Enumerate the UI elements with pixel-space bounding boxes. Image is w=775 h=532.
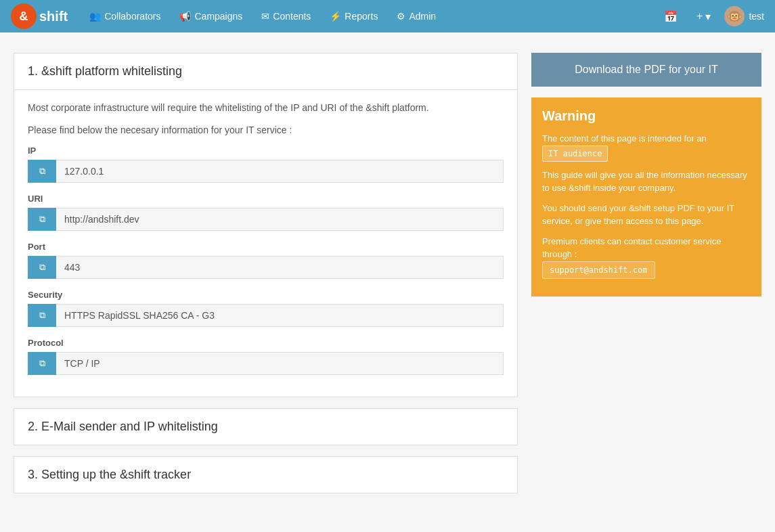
main-container: 1. &shift platform whitelisting Most cor… [0,32,775,525]
brand-name: shift [39,9,68,24]
port-copy-button[interactable]: ⧉ [28,256,56,279]
username-label: test [749,11,764,22]
warning-title: Warning [542,108,751,124]
port-label: Port [28,242,504,252]
section-platform-whitelisting: 1. &shift platform whitelisting Most cor… [14,53,518,397]
download-pdf-button[interactable]: Download the PDF for your IT [531,53,761,87]
security-value: HTTPS RapidSSL SHA256 CA - G3 [56,304,504,327]
warning-text3: You should send your &shift setup PDF to… [542,202,751,228]
avatar: 🐵 [724,6,745,26]
nav-items: 👥 Collaborators 📢 Campaigns ✉ Contents ⚡… [81,7,659,26]
security-copy-button[interactable]: ⧉ [28,304,56,327]
uri-field-group: URI ⧉ http://andshift.dev [28,194,504,231]
section1-text2: Please find below the necesary informati… [28,123,504,137]
ip-value: 127.0.0.1 [56,160,504,183]
copy-icon: ⧉ [39,214,45,225]
brand-logo: & [11,3,37,29]
brand-logo-text: & [20,9,28,24]
nav-item-campaigns[interactable]: 📢 Campaigns [171,7,250,26]
nav-collaborators-label: Collaborators [104,11,160,22]
nav-admin-label: Admin [409,11,436,22]
nav-reports-label: Reports [345,11,378,22]
warning-text1: The content of this page is intended for… [542,132,751,162]
security-label: Security [28,290,504,300]
protocol-label: Protocol [28,338,504,348]
ip-label: IP [28,146,504,156]
protocol-field-group: Protocol ⧉ TCP / IP [28,338,504,375]
copy-icon: ⧉ [39,166,45,177]
nav-item-collaborators[interactable]: 👥 Collaborators [81,7,169,26]
protocol-value: TCP / IP [56,352,504,375]
plus-icon: + [696,10,703,22]
nav-campaigns-label: Campaigns [194,11,242,22]
user-menu[interactable]: 🐵 test [724,6,764,26]
section1-body: Most corporate infrastructure will requi… [14,90,517,397]
users-icon: 👥 [89,11,101,22]
left-content: 1. &shift platform whitelisting Most cor… [14,53,518,504]
nav-right: 📅 + ▾ 🐵 test [659,6,764,26]
copy-icon: ⧉ [39,310,45,321]
uri-label: URI [28,194,504,204]
protocol-copy-button[interactable]: ⧉ [28,352,56,375]
right-sidebar: Download the PDF for your IT Warning The… [531,53,761,504]
warning-box: Warning The content of this page is inte… [531,97,761,296]
nav-item-admin[interactable]: ⚙ Admin [389,7,444,26]
ip-field-group: IP ⧉ 127.0.0.1 [28,146,504,183]
security-row: ⧉ HTTPS RapidSSL SHA256 CA - G3 [28,304,504,327]
nav-contents-label: Contents [273,11,311,22]
dropdown-arrow-icon: ▾ [705,10,711,23]
section2-title: 2. E-Mail sender and IP whitelisting [14,409,517,445]
uri-row: ⧉ http://andshift.dev [28,208,504,231]
section-email-whitelisting: 2. E-Mail sender and IP whitelisting [14,408,518,445]
port-value: 443 [56,256,504,279]
calendar-icon: 📅 [664,10,678,23]
nav-item-reports[interactable]: ⚡ Reports [322,7,386,26]
section3-title: 3. Setting up the &shift tracker [14,457,517,493]
warning-text2: This guide will give you all the informa… [542,169,751,195]
envelope-icon: ✉ [261,11,269,22]
support-email[interactable]: support@andshift.com [542,261,655,279]
uri-value: http://andshift.dev [56,208,504,231]
section1-title: 1. &shift platform whitelisting [14,53,517,90]
it-audience-badge: IT audience [542,146,608,162]
ip-copy-button[interactable]: ⧉ [28,160,56,183]
warning-text4-content: Premium clients can contact customer ser… [542,236,721,260]
plus-dropdown-button[interactable]: + ▾ [691,7,716,26]
section1-text1: Most corporate infrastructure will requi… [28,101,504,115]
warning-text1-content: The content of this page is intended for… [542,133,707,143]
port-field-group: Port ⧉ 443 [28,242,504,279]
protocol-row: ⧉ TCP / IP [28,352,504,375]
section-tracker: 3. Setting up the &shift tracker [14,456,518,493]
port-row: ⧉ 443 [28,256,504,279]
uri-copy-button[interactable]: ⧉ [28,208,56,231]
bolt-icon: ⚡ [330,11,341,22]
nav-item-contents[interactable]: ✉ Contents [253,7,319,26]
cog-icon: ⚙ [397,11,405,22]
navbar: & shift 👥 Collaborators 📢 Campaigns ✉ Co… [0,0,775,32]
calendar-button[interactable]: 📅 [659,7,683,26]
security-field-group: Security ⧉ HTTPS RapidSSL SHA256 CA - G3 [28,290,504,327]
warning-text4: Premium clients can contact customer ser… [542,235,751,279]
brand: & shift [11,3,68,29]
copy-icon: ⧉ [39,358,45,369]
copy-icon: ⧉ [39,262,45,273]
bullhorn-icon: 📢 [179,11,191,22]
ip-row: ⧉ 127.0.0.1 [28,160,504,183]
